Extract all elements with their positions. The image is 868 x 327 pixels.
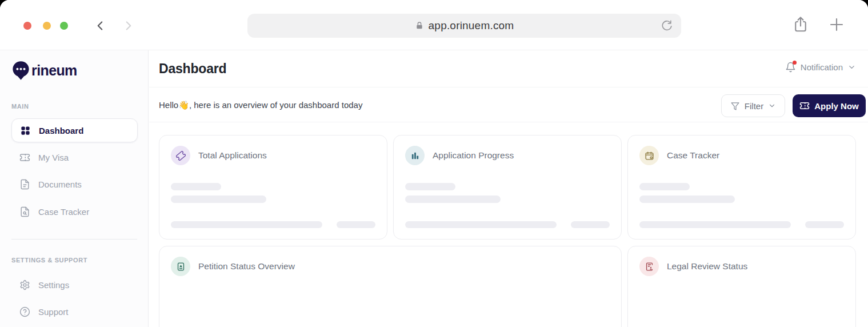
filter-button[interactable]: Filter bbox=[721, 94, 785, 117]
document-icon bbox=[19, 179, 30, 190]
card-title: Case Tracker bbox=[667, 150, 719, 161]
ticket-icon bbox=[19, 152, 30, 163]
cards-region: Total Applications Application Progress bbox=[149, 122, 868, 327]
grid-icon bbox=[20, 125, 31, 136]
lock-icon bbox=[415, 21, 424, 30]
notification-badge bbox=[793, 61, 797, 65]
skeleton-bar bbox=[405, 196, 501, 203]
browser-window: app.orinuem.com rineum MAIN Dashboard bbox=[0, 0, 868, 327]
dashboard-toolbar: Hello👋, here is an overview of your dash… bbox=[149, 87, 868, 122]
skeleton-bar bbox=[639, 183, 690, 190]
skeleton-bar bbox=[171, 196, 266, 203]
minimize-window-button[interactable] bbox=[43, 22, 51, 30]
petition-doc-icon bbox=[171, 257, 190, 276]
sidebar-item-label: Settings bbox=[38, 280, 69, 290]
skeleton-bar bbox=[805, 221, 844, 228]
sidebar-item-label: Dashboard bbox=[39, 126, 83, 135]
card-header: Application Progress bbox=[405, 146, 514, 165]
close-window-button[interactable] bbox=[23, 22, 31, 30]
notification-label: Notification bbox=[801, 62, 843, 72]
app-logo[interactable]: rineum bbox=[11, 61, 77, 81]
page-header: Dashboard Notification bbox=[149, 50, 868, 87]
main-content: Dashboard Notification Hello👋, here is a… bbox=[149, 50, 868, 327]
card-application-progress[interactable]: Application Progress bbox=[393, 135, 622, 240]
url-text: app.orinuem.com bbox=[429, 19, 514, 32]
reload-icon[interactable] bbox=[661, 19, 673, 32]
logo-text: rineum bbox=[31, 62, 77, 79]
skeleton-bar bbox=[171, 183, 221, 190]
forward-button[interactable] bbox=[121, 18, 136, 33]
card-header: Legal Review Status bbox=[639, 257, 747, 276]
logo-pin-icon bbox=[11, 61, 30, 81]
new-tab-icon[interactable] bbox=[828, 16, 845, 33]
card-title: Application Progress bbox=[433, 150, 514, 161]
skeleton-bar bbox=[405, 221, 557, 228]
bar-chart-icon bbox=[405, 146, 425, 165]
ticket-icon bbox=[171, 146, 190, 165]
card-legal-review-status[interactable]: Legal Review Status bbox=[627, 246, 856, 327]
sidebar-item-label: Support bbox=[38, 307, 69, 317]
sidebar-item-label: My Visa bbox=[38, 153, 69, 162]
sidebar-item-label: Documents bbox=[38, 180, 82, 189]
card-petition-status-overview[interactable]: Petition Status Overview bbox=[159, 246, 622, 327]
sidebar-section-label-settings: SETTINGS & SUPPORT bbox=[11, 257, 87, 264]
card-case-tracker[interactable]: Case Tracker bbox=[627, 135, 856, 240]
zoom-window-button[interactable] bbox=[60, 22, 68, 30]
filter-button-label: Filter bbox=[745, 101, 763, 111]
notification-dropdown[interactable]: Notification bbox=[785, 62, 856, 73]
funnel-icon bbox=[730, 101, 740, 111]
file-search-icon bbox=[19, 206, 30, 217]
skeleton-bar bbox=[171, 221, 322, 228]
sidebar-item-dashboard[interactable]: Dashboard bbox=[11, 118, 138, 142]
skeleton-bar bbox=[405, 183, 455, 190]
card-title: Total Applications bbox=[198, 150, 267, 161]
address-bar[interactable]: app.orinuem.com bbox=[247, 14, 681, 38]
card-header: Case Tracker bbox=[639, 146, 719, 165]
sidebar-item-label: Case Tracker bbox=[38, 207, 89, 217]
sidebar-item-case-tracker[interactable]: Case Tracker bbox=[11, 200, 138, 224]
skeleton-bar bbox=[337, 221, 375, 228]
sidebar-item-documents[interactable]: Documents bbox=[11, 172, 138, 196]
sidebar-item-support[interactable]: Support bbox=[11, 300, 138, 324]
card-title: Legal Review Status bbox=[667, 261, 747, 272]
ticket-icon bbox=[799, 101, 810, 111]
legal-doc-icon bbox=[639, 257, 659, 276]
chevron-down-icon bbox=[847, 63, 856, 71]
skeleton-bar bbox=[639, 221, 791, 228]
card-title: Petition Status Overview bbox=[198, 261, 295, 272]
sidebar-item-settings[interactable]: Settings bbox=[11, 273, 138, 297]
sidebar: rineum MAIN Dashboard My Visa Documents bbox=[0, 50, 149, 327]
greeting-text: Hello👋, here is an overview of your dash… bbox=[159, 100, 362, 110]
sidebar-section-label-main: MAIN bbox=[11, 103, 29, 110]
sidebar-item-my-visa[interactable]: My Visa bbox=[11, 145, 138, 169]
back-button[interactable] bbox=[93, 18, 107, 33]
skeleton-bar bbox=[571, 221, 610, 228]
sidebar-divider bbox=[11, 239, 137, 240]
chevron-down-icon bbox=[768, 102, 776, 110]
page-title: Dashboard bbox=[159, 61, 226, 77]
calendar-cog-icon bbox=[639, 146, 659, 165]
help-icon bbox=[19, 306, 30, 317]
share-icon[interactable] bbox=[792, 16, 809, 33]
browser-toolbar: app.orinuem.com bbox=[0, 0, 868, 50]
card-header: Petition Status Overview bbox=[171, 257, 295, 276]
gear-icon bbox=[19, 280, 30, 290]
card-header: Total Applications bbox=[171, 146, 267, 165]
bell-icon bbox=[785, 62, 796, 73]
apply-now-label: Apply Now bbox=[814, 101, 859, 111]
card-total-applications[interactable]: Total Applications bbox=[159, 135, 387, 240]
apply-now-button[interactable]: Apply Now bbox=[793, 94, 866, 117]
skeleton-bar bbox=[639, 196, 735, 203]
